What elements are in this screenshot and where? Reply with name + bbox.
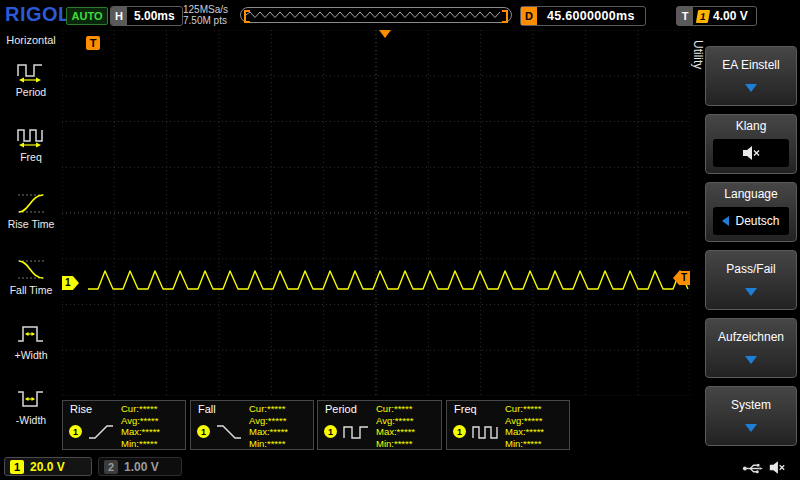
menu-item-label: Aufzeichnen: [706, 330, 796, 344]
measurement-name: Fall: [198, 403, 216, 415]
oscilloscope-screen: RIGOL AUTO H 5.00ms 125MSa/s 7.50M pts D…: [0, 0, 800, 480]
measurement-values: Cur:***** Avg:***** Max:***** Min:*****: [376, 403, 415, 449]
plus-width-icon: [15, 321, 47, 347]
measurement-panel-freq: Freq 1 Cur:***** Avg:***** Max:***** Min…: [446, 400, 570, 450]
sample-rate: 125MSa/s: [183, 4, 228, 15]
chevron-left-icon: [722, 216, 729, 226]
menu-item-language[interactable]: Language Deutsch: [705, 182, 797, 242]
channel-badge: 1: [69, 425, 82, 438]
channel2-status[interactable]: 2 1.00 V: [98, 457, 182, 476]
trigger-position-arrow-icon[interactable]: [379, 30, 391, 38]
run-status-badge: AUTO: [66, 7, 108, 25]
memory-preview[interactable]: [240, 7, 512, 23]
sidebar-item-label: Rise Time: [0, 218, 62, 230]
sidebar-item-rise-time[interactable]: Rise Time: [0, 188, 62, 250]
channel1-badge: 1: [10, 460, 24, 474]
menu-item-system[interactable]: System: [705, 386, 797, 446]
speaker-muted-icon: [768, 460, 786, 475]
rigol-logo: RIGOL: [5, 3, 71, 26]
speaker-muted-icon: [741, 145, 761, 161]
graticule: T 1 T: [62, 30, 690, 396]
menu-item-ea-einstell[interactable]: EA Einstell: [705, 46, 797, 106]
horizontal-label: H: [111, 7, 127, 25]
trigger-readout[interactable]: T 1 4.00 V: [676, 6, 757, 26]
chevron-down-icon: [745, 356, 757, 364]
measurement-line: Max:*****: [376, 426, 415, 438]
delay-label: D: [521, 7, 537, 25]
measurement-line: Max:*****: [121, 426, 160, 438]
measurement-line: Avg:*****: [121, 415, 160, 427]
measurement-name: Freq: [454, 403, 477, 415]
period-meas-icon: [341, 423, 371, 441]
sidebar-item-label: Freq: [0, 151, 62, 163]
channel2-badge: 2: [104, 460, 118, 474]
measurement-line: Cur:*****: [249, 403, 288, 415]
measurement-line: Cur:*****: [121, 403, 160, 415]
measurement-line: Max:*****: [505, 426, 544, 438]
horizontal-scale-value: 5.00ms: [127, 7, 182, 25]
chevron-down-icon: [745, 424, 757, 432]
horizontal-readout[interactable]: H 5.00ms: [110, 6, 183, 26]
delay-readout[interactable]: D 45.6000000ms: [520, 6, 646, 26]
channel2-scale: 1.00 V: [124, 460, 159, 474]
measurement-line: Max:*****: [249, 426, 288, 438]
waveform-display: [62, 30, 690, 396]
sidebar-item-minus-width[interactable]: -Width: [0, 384, 62, 446]
measurement-panel-period: Period 1 Cur:***** Avg:***** Max:***** M…: [317, 400, 442, 450]
memory-depth: 7.50M pts: [183, 15, 228, 26]
sidebar-item-freq[interactable]: Freq: [0, 121, 62, 183]
trigger-source-badge: 1: [696, 10, 710, 23]
sidebar-item-fall-time[interactable]: Fall Time: [0, 254, 62, 316]
sidebar-item-label: Period: [0, 86, 62, 98]
measurement-line: Min:*****: [249, 438, 288, 450]
menu-group-title: Utility: [691, 40, 705, 69]
trigger-position-marker[interactable]: T: [86, 36, 100, 50]
measurement-values: Cur:***** Avg:***** Max:***** Min:*****: [505, 403, 544, 449]
measurement-line: Avg:*****: [249, 415, 288, 427]
menu-item-label: Pass/Fail: [706, 262, 796, 276]
sidebar-item-period[interactable]: Period: [0, 56, 62, 118]
acquisition-info: 125MSa/s 7.50M pts: [183, 4, 228, 26]
measurement-line: Min:*****: [121, 438, 160, 450]
sidebar-title: Horizontal: [0, 34, 62, 46]
trigger-level-value: 4.00 V: [713, 9, 748, 23]
measurement-values: Cur:***** Avg:***** Max:***** Min:*****: [249, 403, 288, 449]
menu-item-value: [713, 139, 789, 167]
delay-value: 45.6000000ms: [537, 7, 645, 25]
menu-item-klang[interactable]: Klang: [705, 114, 797, 174]
window-bracket-right-icon: [502, 10, 508, 23]
measurement-panel-rise: Rise 1 Cur:***** Avg:***** Max:***** Min…: [62, 400, 186, 450]
measurement-line: Min:*****: [376, 438, 415, 450]
menu-item-label: System: [706, 398, 796, 412]
rise-time-icon: [15, 190, 47, 216]
memory-preview-wave: [242, 8, 510, 22]
fall-time-icon: [15, 256, 47, 282]
window-bracket-left-icon: [244, 10, 250, 23]
period-icon: [15, 58, 47, 84]
freq-icon: [15, 123, 47, 149]
channel1-status[interactable]: 1 20.0 V: [4, 457, 92, 476]
trigger-label: T: [677, 7, 693, 25]
menu-item-value: Deutsch: [713, 207, 789, 235]
sidebar-item-plus-width[interactable]: +Width: [0, 319, 62, 381]
language-value: Deutsch: [735, 214, 779, 228]
measurement-line: Cur:*****: [376, 403, 415, 415]
chevron-down-icon: [745, 288, 757, 296]
menu-item-label: Klang: [706, 119, 796, 133]
chevron-down-icon: [745, 84, 757, 92]
menu-item-label: Language: [706, 187, 796, 201]
channel-badge: 1: [324, 425, 337, 438]
freq-meas-icon: [470, 423, 500, 441]
measurement-values: Cur:***** Avg:***** Max:***** Min:*****: [121, 403, 160, 449]
usb-icon: [742, 462, 764, 475]
measurement-panel-fall: Fall 1 Cur:***** Avg:***** Max:***** Min…: [190, 400, 314, 450]
sidebar-item-label: +Width: [0, 349, 62, 361]
measurement-name: Period: [325, 403, 357, 415]
menu-item-aufzeichnen[interactable]: Aufzeichnen: [705, 318, 797, 378]
measurement-line: Avg:*****: [505, 415, 544, 427]
rise-meas-icon: [86, 423, 116, 441]
channel-badge: 1: [453, 425, 466, 438]
menu-item-label: EA Einstell: [706, 58, 796, 72]
menu-item-pass-fail[interactable]: Pass/Fail: [705, 250, 797, 310]
sidebar-item-label: -Width: [0, 414, 62, 426]
